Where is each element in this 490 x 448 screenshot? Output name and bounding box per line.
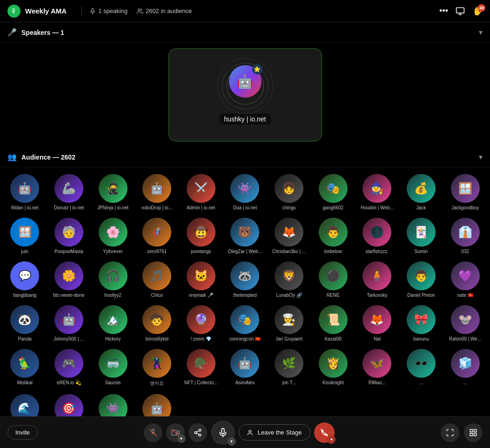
svg-rect-17: [474, 433, 477, 435]
audience-member[interactable]: 🎭 gang6602: [312, 171, 354, 213]
audience-member[interactable]: 🐱 vrejmaik 🎤: [180, 259, 222, 301]
audience-member[interactable]: 👸 Kissknight: [312, 346, 354, 389]
member-name: starfishzzz.: [358, 249, 396, 254]
svg-rect-16: [470, 433, 472, 435]
audience-member[interactable]: 🎭 conrongcon 🇻🇳: [224, 302, 266, 344]
audience-member[interactable]: 💜 nate 🇻🇳: [444, 259, 486, 301]
audience-member[interactable]: 🦋 RMiao...: [356, 346, 398, 389]
audience-member[interactable]: 🐻 OlegZar | Web...: [224, 215, 266, 257]
audience-member[interactable]: 🎀 banunu: [400, 302, 443, 344]
audience-member[interactable]: 🤖 Johnny500 | ...: [48, 302, 90, 344]
member-name: jon T...: [270, 380, 308, 385]
audience-member[interactable]: 🦊 Christian3ko | ...: [268, 215, 310, 257]
invite-button[interactable]: Invite: [7, 425, 38, 440]
audience-member[interactable]: 🦝 thetempted: [224, 259, 266, 301]
audience-member[interactable]: 🧓 PoopooMasta: [48, 215, 90, 257]
avatar: 🎧: [99, 261, 128, 290]
avatar: 👾: [230, 174, 259, 203]
main-mic-button[interactable]: ▾: [211, 421, 235, 445]
audience-member[interactable]: 🦁 LunabOy 🔗: [268, 259, 310, 301]
grid-view-button[interactable]: [464, 423, 483, 442]
audience-member[interactable]: 🥽 Saurois: [92, 346, 134, 389]
audience-member[interactable]: 👨 Daniel Pinton: [400, 259, 443, 301]
audience-member[interactable]: 🪟 Jackgoodboy: [444, 171, 486, 213]
audience-member[interactable]: 🕶️ ...: [400, 346, 443, 389]
share-icon: [194, 428, 202, 437]
member-name: Chico: [138, 293, 175, 298]
svg-point-1: [138, 8, 141, 11]
svg-point-8: [199, 434, 201, 436]
audience-member[interactable]: 🥷 JPNinja | io.net: [92, 171, 134, 213]
audience-member[interactable]: 📜 Kazal00: [312, 302, 354, 344]
screen-share-button[interactable]: [456, 7, 465, 16]
audience-member[interactable]: 👾 Dua | io.net: [224, 171, 266, 213]
avatar: 🤖: [10, 174, 39, 203]
end-call-chevron: ▾: [327, 435, 336, 444]
leave-stage-button[interactable]: Leave the Stage: [239, 424, 311, 441]
audience-member[interactable]: ⚫ RENE: [312, 259, 354, 301]
audience-member[interactable]: 💬 bangbbang: [4, 259, 46, 301]
audience-member[interactable]: 🃏 Sumin: [400, 215, 443, 257]
audience-member[interactable]: 🦹 댕이요: [136, 346, 178, 389]
audience-member[interactable]: 🎮 eREN.io 💫: [48, 346, 90, 389]
audience-member[interactable]: 🦜 Mistikal: [4, 346, 46, 389]
audience-chevron[interactable]: ▾: [479, 153, 483, 161]
avatar: 🧓: [54, 218, 83, 247]
avatar: 👧: [275, 174, 303, 203]
audience-member[interactable]: 💰 Jack: [400, 171, 443, 213]
audience-member[interactable]: 🤖 AsimAlex: [224, 346, 266, 389]
audience-member[interactable]: 🏔️ Hickory: [92, 302, 134, 344]
audience-member[interactable]: 🤖 roboDrop | io...: [136, 171, 178, 213]
avatar: 🧒: [142, 305, 171, 334]
member-name: hoollyy2: [94, 293, 132, 298]
expand-button[interactable]: [441, 423, 459, 442]
member-name: Yyforever: [94, 249, 132, 254]
member-name: Hickory: [94, 336, 132, 341]
audience-member[interactable]: 🪟 juin: [4, 215, 46, 257]
member-name: PoopooMasta: [50, 249, 87, 254]
share-button[interactable]: [188, 423, 207, 442]
speakers-chevron[interactable]: ▾: [479, 28, 483, 37]
audience-member[interactable]: 🧒 borosillykid: [136, 302, 178, 344]
member-name: juin: [6, 249, 43, 254]
avatar: ⚔️: [187, 174, 215, 203]
end-call-button[interactable]: ▾: [314, 422, 335, 443]
audience-member[interactable]: 🦸 zero9761: [136, 215, 178, 257]
audience-member[interactable]: 🧙 Houdini | Web...: [356, 171, 398, 213]
audience-member[interactable]: 🌼 btc-never-done: [48, 259, 90, 301]
svg-point-7: [195, 431, 197, 434]
svg-rect-14: [470, 429, 472, 432]
audience-member[interactable]: 👨‍🍳 Jari Gruyaert: [268, 302, 310, 344]
audience-count: 2602 in audience: [137, 7, 192, 14]
stage-area: 🤖 ⭐ hushky | io.net: [0, 43, 490, 147]
audience-member[interactable]: 🌑 starfishzzz.: [356, 215, 398, 257]
audience-member[interactable]: 🎵 Chico: [136, 259, 178, 301]
avatar: 🪖: [187, 349, 215, 378]
audience-member[interactable]: 🐼 Panda: [4, 302, 46, 344]
audience-member[interactable]: 🧍 Tarkovsky: [356, 259, 398, 301]
audience-member[interactable]: ⚔️ Admin | io.net: [180, 171, 222, 213]
mute-button[interactable]: [144, 423, 162, 442]
video-button[interactable]: ▾: [166, 423, 185, 442]
audience-member[interactable]: 🦊 Nal: [356, 302, 398, 344]
audience-member[interactable]: 👨 trebelow: [312, 215, 354, 257]
audience-member[interactable]: 🔮 ! zeem 💎: [180, 302, 222, 344]
member-name: Sumin: [403, 249, 440, 254]
more-options-button[interactable]: •••: [439, 6, 448, 16]
audience-member[interactable]: 🌿 jon T...: [268, 346, 310, 389]
member-name: Tarkovsky: [358, 293, 396, 298]
audience-member[interactable]: 🌸 Yyforever: [92, 215, 134, 257]
raise-hand-button[interactable]: ✋ 48: [472, 6, 483, 16]
audience-member[interactable]: 👔 032: [444, 215, 486, 257]
audience-member[interactable]: 🧊 ...: [444, 346, 486, 389]
mic-chevron[interactable]: ▾: [228, 437, 236, 446]
audience-member[interactable]: 🤖 Illidan | io.net: [4, 171, 46, 213]
audience-member[interactable]: 🤠 joontangs: [180, 215, 222, 257]
audience-member[interactable]: 🐭 Raton00 | We...: [444, 302, 486, 344]
member-name: Illidan | io.net: [6, 205, 43, 210]
audience-member[interactable]: 🦾 Donutz | io.net: [48, 171, 90, 213]
audience-member[interactable]: 🎧 hoollyy2: [92, 259, 134, 301]
audience-member[interactable]: 👧 chings: [268, 171, 310, 213]
member-name: AsimAlex: [226, 380, 263, 385]
audience-member[interactable]: 🪖 NFT | Collecto...: [180, 346, 222, 389]
